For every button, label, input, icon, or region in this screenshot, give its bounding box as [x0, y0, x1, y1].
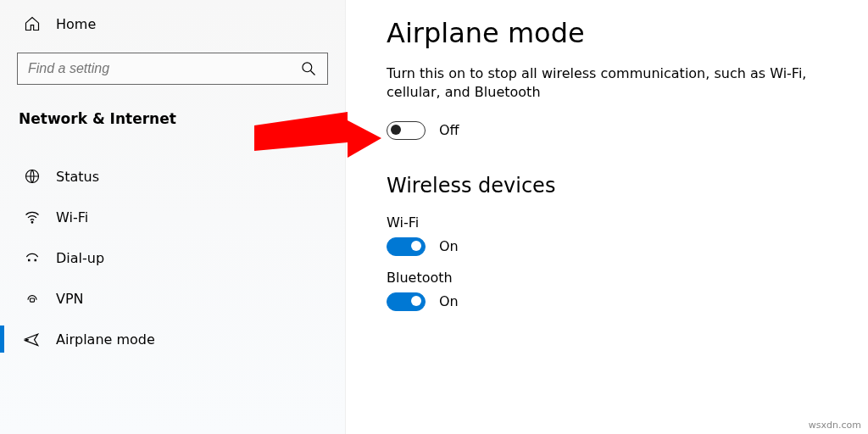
sidebar: Home Network & Internet Status Wi-Fi Dia… — [0, 0, 346, 434]
sidebar-item-airplane-mode[interactable]: Airplane mode — [0, 319, 345, 359]
watermark: wsxdn.com — [809, 420, 861, 431]
search-input[interactable] — [28, 61, 300, 76]
page-description: Turn this on to stop all wireless commun… — [387, 64, 861, 103]
svg-rect-4 — [31, 298, 35, 302]
wifi-toggle[interactable] — [387, 237, 426, 256]
sidebar-item-label: VPN — [56, 291, 84, 307]
home-icon — [24, 15, 41, 32]
vpn-icon — [24, 290, 41, 307]
sidebar-item-label: Airplane mode — [56, 331, 155, 348]
svg-point-0 — [303, 63, 312, 72]
bluetooth-label: Bluetooth — [387, 270, 868, 286]
globe-icon — [24, 168, 41, 185]
search-icon — [300, 60, 317, 77]
page-title: Airplane mode — [387, 17, 868, 49]
sidebar-item-wifi[interactable]: Wi-Fi — [0, 197, 345, 237]
section-wireless-devices: Wireless devices — [387, 174, 868, 198]
sidebar-item-vpn[interactable]: VPN — [0, 278, 345, 319]
bluetooth-toggle[interactable] — [387, 292, 426, 311]
sidebar-item-label: Wi-Fi — [56, 209, 88, 225]
sidebar-item-label: Dial-up — [56, 250, 104, 266]
airplane-icon — [24, 331, 41, 348]
home-label: Home — [56, 16, 96, 32]
bluetooth-toggle-state: On — [439, 293, 459, 309]
airplane-toggle-row: Off — [387, 121, 868, 140]
sidebar-item-label: Status — [56, 169, 99, 185]
svg-point-3 — [31, 221, 33, 223]
airplane-toggle-state: Off — [439, 122, 459, 138]
search-input-container[interactable] — [17, 53, 328, 85]
wifi-block: Wi-Fi On — [387, 214, 868, 256]
category-title: Network & Internet — [0, 92, 345, 139]
main-content: Airplane mode Turn this on to stop all w… — [346, 0, 868, 434]
sidebar-item-home[interactable]: Home — [0, 3, 345, 44]
sidebar-item-dialup[interactable]: Dial-up — [0, 237, 345, 278]
sidebar-item-status[interactable]: Status — [0, 156, 345, 197]
wifi-toggle-state: On — [439, 238, 459, 254]
airplane-toggle[interactable] — [387, 121, 426, 140]
dialup-icon — [24, 249, 41, 266]
bluetooth-block: Bluetooth On — [387, 270, 868, 311]
wifi-icon — [24, 209, 41, 225]
wifi-label: Wi-Fi — [387, 214, 868, 231]
nav-list: Status Wi-Fi Dial-up VPN Airplane mode — [0, 156, 345, 359]
svg-line-1 — [311, 71, 315, 75]
